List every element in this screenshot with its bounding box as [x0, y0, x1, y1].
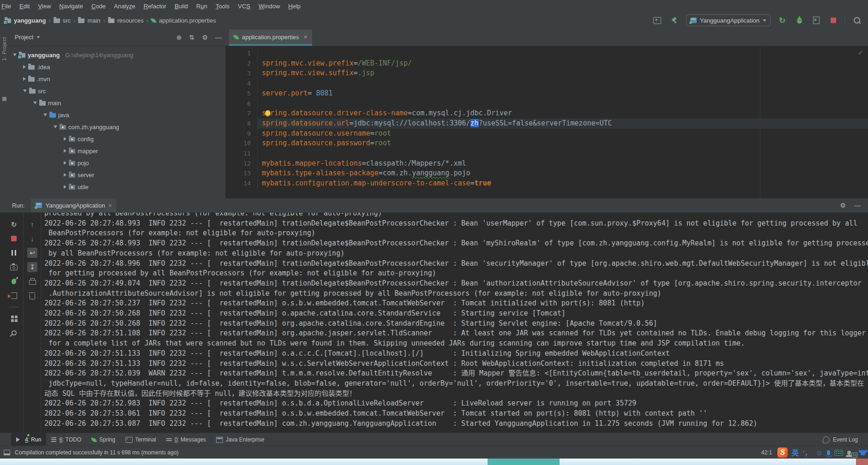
chevron-right-icon[interactable] [64, 173, 66, 177]
chevron-right-icon[interactable] [23, 65, 26, 69]
locate-file-icon[interactable]: ⊕ [176, 34, 182, 41]
intention-bulb-icon[interactable] [265, 110, 271, 117]
bottom-tab-terminal[interactable]: Terminal [121, 433, 161, 446]
inspections-ok-icon[interactable]: ✓ [858, 48, 862, 58]
microphone-icon[interactable] [827, 450, 830, 455]
breadcrumb-item-main[interactable]: main [78, 17, 100, 24]
tree-item-utile[interactable]: utile [9, 181, 225, 193]
breadcrumb-item-yangguang[interactable]: yangguang [5, 17, 46, 24]
chevron-right-icon[interactable] [64, 149, 66, 153]
run-configuration-select[interactable]: YangguangApplication [686, 14, 771, 26]
pin-button[interactable] [9, 328, 19, 338]
search-everywhere-button[interactable] [851, 15, 862, 26]
menu-item-edit[interactable]: Edit [15, 3, 34, 10]
ime-language-indicator[interactable]: 英 [792, 449, 799, 456]
collapse-all-icon[interactable]: ⇅ [189, 34, 195, 41]
chevron-down-icon[interactable] [43, 113, 47, 116]
build-button[interactable] [669, 15, 680, 26]
breadcrumb-item-src[interactable]: src [54, 17, 71, 24]
menu-item-refactor[interactable]: Refactor [139, 3, 170, 10]
up-button[interactable]: ↑ [27, 219, 37, 229]
menu-item-window[interactable]: Window [254, 3, 284, 10]
menu-item-navigate[interactable]: Navigate [55, 3, 87, 10]
tree-item--mvn[interactable]: .mvn [9, 73, 225, 85]
ime-skin-icon[interactable] [861, 450, 865, 455]
clear-button[interactable] [27, 291, 37, 301]
taskbar-app-block[interactable] [488, 459, 560, 465]
rerun-button[interactable]: ↻ [777, 15, 788, 26]
down-button[interactable]: ↓ [27, 233, 37, 244]
close-tab-icon[interactable]: × [304, 33, 307, 41]
editor-line-14[interactable]: 14mybatis.configuration.map-underscore-t… [225, 179, 868, 189]
caret-position-widget[interactable]: 42:1 [761, 449, 772, 456]
tree-item-com-zh-yangguang[interactable]: com.zh.yangguang [9, 121, 225, 133]
thread-dump-button[interactable] [9, 262, 19, 272]
run-console-output[interactable]: processed by all BeanPostProcessors (for… [44, 213, 868, 433]
menu-item-view[interactable]: View [34, 3, 55, 10]
editor-tab-application-properties[interactable]: application.properties × [229, 30, 312, 46]
menu-item-code[interactable]: Code [87, 3, 110, 10]
menu-item-file[interactable]: File [0, 3, 15, 10]
open-run-toolwindow-button[interactable] [652, 15, 663, 26]
sogou-logo-icon[interactable]: S [778, 447, 788, 458]
chevron-down-icon[interactable] [13, 54, 17, 56]
run-with-coverage-button[interactable] [811, 15, 822, 26]
scroll-to-end-button[interactable]: ↧ [27, 262, 37, 272]
chevron-right-icon[interactable] [23, 77, 26, 81]
pause-button[interactable] [9, 248, 19, 258]
disconnect-button[interactable] [9, 291, 19, 301]
event-log-button[interactable]: Event Log [823, 436, 868, 443]
chevron-right-icon[interactable] [64, 137, 66, 141]
toolwindow-toggle-icon[interactable] [4, 450, 10, 455]
tree-item-pojo[interactable]: pojo [9, 157, 225, 169]
project-panel-title[interactable]: Project [15, 34, 33, 41]
menu-item-help[interactable]: Help [284, 3, 305, 10]
tree-item-yangguang[interactable]: yangguangG:\shejiing\14\yangguang [9, 49, 225, 61]
editor-line-3[interactable]: 3spring.mvc.view.suffix=.jsp [225, 68, 868, 78]
debug-button[interactable] [794, 15, 805, 26]
menu-item-run[interactable]: Run [192, 3, 211, 10]
tree-item-config[interactable]: config [9, 133, 225, 145]
stop-button[interactable] [828, 15, 839, 26]
breadcrumb-item-resources[interactable]: resources [108, 17, 144, 24]
restore-layout-button[interactable] [9, 313, 19, 323]
stop-button[interactable] [9, 233, 19, 244]
breadcrumb-item-application-properties[interactable]: application.properties [151, 17, 216, 24]
settings-gear-icon[interactable]: ⚙ [202, 34, 208, 41]
menu-item-vcs[interactable]: VCS [234, 3, 254, 10]
editor-line-2[interactable]: 2spring.mvc.view.prefix=/WEB-INF/jsp/ [225, 59, 868, 69]
hide-panel-icon[interactable]: — [854, 202, 861, 209]
ime-punctuation-icon[interactable]: '， [803, 449, 812, 456]
run-tab-yangguangapplication[interactable]: YangguangApplication × [31, 198, 116, 212]
close-tab-icon[interactable]: × [108, 202, 112, 209]
editor-line-11[interactable]: 11 [225, 149, 868, 159]
chevron-right-icon[interactable] [64, 161, 66, 165]
menu-item-tools[interactable]: Tools [211, 3, 234, 10]
editor-line-5[interactable]: 5server.port= 8081 [225, 89, 868, 99]
print-button[interactable] [27, 276, 37, 286]
editor-line-1[interactable]: 1 [225, 48, 868, 59]
chevron-down-icon[interactable] [37, 36, 40, 38]
tool-stripe-project[interactable]: 1: Project [1, 37, 7, 60]
tree-item--idea[interactable]: .idea [9, 61, 225, 73]
editor-line-10[interactable]: 10spring.datasource.password=root [225, 138, 868, 149]
virtual-keyboard-icon[interactable] [834, 450, 843, 456]
editor-line-8[interactable]: 8spring.datasource.url=jdbc:mysql://loca… [225, 119, 868, 129]
editor-line-13[interactable]: 13mybatis.type-aliases-package=com.zh.ya… [225, 168, 868, 179]
bottom-tab-java-enterprise[interactable]: Java Enterprise [211, 433, 269, 446]
editor-line-12[interactable]: 12mybatis.mapper-locations=classpath:/Ma… [225, 159, 868, 169]
tree-item-main[interactable]: main [9, 97, 225, 109]
editor-line-4[interactable]: 4 [225, 78, 868, 89]
toolwindow-stub-icon[interactable] [2, 97, 6, 101]
tree-item-src[interactable]: src [9, 85, 225, 97]
chevron-right-icon[interactable] [64, 185, 66, 189]
editor-line-9[interactable]: 9spring.datasource.username=root [225, 129, 868, 139]
editor-line-6[interactable]: 6 [225, 99, 868, 109]
soft-wrap-button[interactable]: ↩ [27, 248, 37, 258]
bottom-tab-4-run[interactable]: 4: Run [11, 433, 46, 446]
menu-item-build[interactable]: Build [170, 3, 192, 10]
taskbar-corner-block[interactable] [856, 459, 868, 465]
hide-panel-icon[interactable]: — [215, 34, 222, 41]
menu-item-analyze[interactable]: Analyze [110, 3, 139, 10]
attach-debugger-button[interactable] [9, 276, 19, 286]
